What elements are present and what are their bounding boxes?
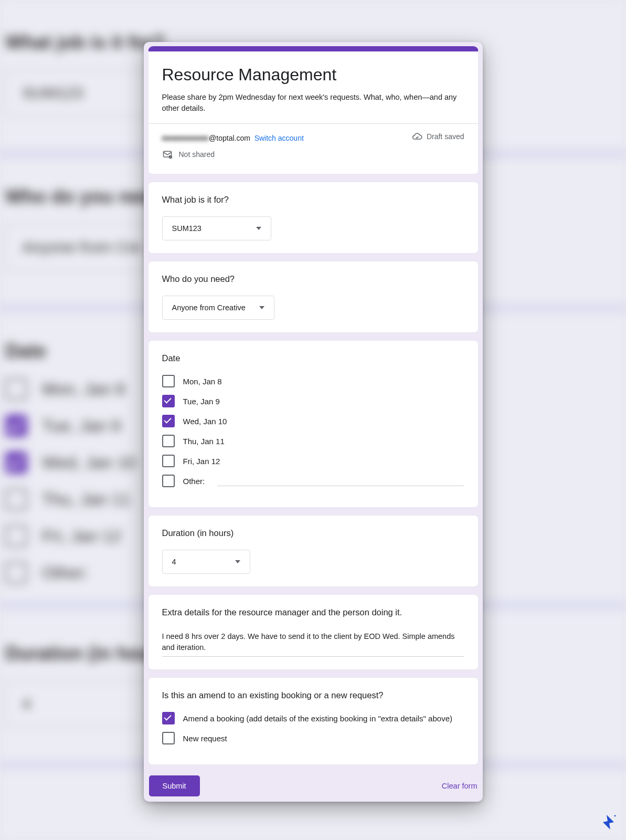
option-label: New request — [183, 734, 227, 743]
question-who: Who do you need? Anyone from Creative — [148, 261, 479, 333]
question-label: Who do you need? — [162, 274, 464, 284]
question-label: Extra details for the resource manager a… — [162, 607, 464, 617]
chevron-down-icon — [256, 227, 261, 230]
switch-account-link[interactable]: Switch account — [254, 134, 304, 142]
question-date: Date Mon, Jan 8 Tue, Jan 9 Wed, Jan 10 T… — [148, 340, 479, 508]
checkbox[interactable] — [162, 395, 175, 407]
option-label: Wed, Jan 10 — [183, 417, 227, 426]
checkbox[interactable] — [162, 732, 175, 744]
cloud-done-icon — [412, 131, 422, 142]
option-label: Thu, Jan 11 — [183, 437, 225, 446]
chevron-down-icon — [259, 306, 264, 309]
option-label: Amend a booking (add details of the exis… — [183, 714, 452, 723]
chevron-down-icon — [235, 560, 240, 563]
question-details: Extra details for the resource manager a… — [148, 594, 479, 670]
dropdown-value: 4 — [172, 558, 176, 566]
account-email-hidden: ■■■■■■■■■■ — [162, 131, 209, 145]
question-amend: Is this an amend to an existing booking … — [148, 677, 479, 765]
checkbox[interactable] — [162, 475, 175, 487]
checkbox[interactable] — [162, 712, 175, 724]
checkbox[interactable] — [162, 455, 175, 467]
svg-point-2 — [614, 815, 616, 817]
date-option[interactable]: Fri, Jan 12 — [162, 455, 464, 467]
date-option[interactable]: Tue, Jan 9 — [162, 395, 464, 407]
option-label: Mon, Jan 8 — [183, 377, 222, 386]
dropdown-value: SUM123 — [172, 224, 201, 233]
amend-option[interactable]: Amend a booking (add details of the exis… — [162, 712, 464, 724]
form-header-card: Resource Management Please share by 2pm … — [148, 46, 479, 174]
draft-saved-status: Draft saved — [412, 131, 464, 142]
question-label: What job is it for? — [162, 195, 464, 205]
question-job: What job is it for? SUM123 — [148, 182, 479, 254]
option-label: Other: — [183, 477, 205, 486]
amend-option[interactable]: New request — [162, 732, 464, 744]
option-label: Tue, Jan 9 — [183, 397, 220, 406]
option-label: Fri, Jan 12 — [183, 457, 220, 466]
form-actions: Submit Clear form — [148, 772, 479, 797]
not-shared-icon — [162, 149, 173, 160]
clear-form-link[interactable]: Clear form — [442, 782, 478, 790]
date-option-other[interactable]: Other: — [162, 475, 464, 487]
checkbox[interactable] — [162, 375, 175, 387]
submit-button[interactable]: Submit — [149, 775, 200, 796]
not-shared-text: Not shared — [179, 148, 215, 162]
checkbox[interactable] — [162, 435, 175, 447]
form-title: Resource Management — [162, 65, 464, 85]
question-duration: Duration (in hours) 4 — [148, 515, 479, 587]
checkbox[interactable] — [162, 415, 175, 427]
other-input-line[interactable] — [217, 476, 464, 486]
question-label: Duration (in hours) — [162, 528, 464, 538]
account-email-domain: @toptal.com — [209, 134, 250, 142]
extra-details-input[interactable]: I need 8 hrs over 2 days. We have to sen… — [162, 631, 464, 657]
form-description: Please share by 2pm Wednesday for next w… — [162, 92, 464, 114]
who-dropdown[interactable]: Anyone from Creative — [162, 296, 274, 320]
date-option[interactable]: Wed, Jan 10 — [162, 415, 464, 427]
duration-dropdown[interactable]: 4 — [162, 550, 250, 574]
dropdown-value: Anyone from Creative — [172, 303, 246, 312]
toptal-logo-icon — [600, 814, 617, 831]
date-option[interactable]: Thu, Jan 11 — [162, 435, 464, 447]
date-option[interactable]: Mon, Jan 8 — [162, 375, 464, 387]
form-panel: Resource Management Please share by 2pm … — [144, 42, 483, 802]
question-label: Is this an amend to an existing booking … — [162, 690, 464, 700]
job-dropdown[interactable]: SUM123 — [162, 216, 271, 240]
question-label: Date — [162, 353, 464, 363]
